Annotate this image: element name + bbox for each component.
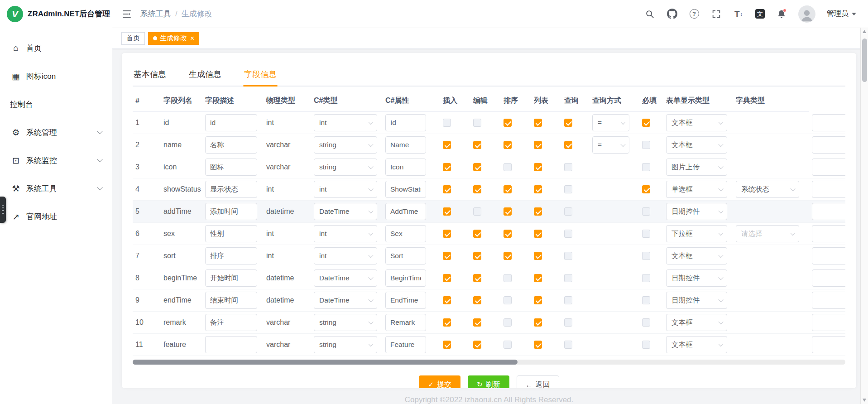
csharp-property-input[interactable] <box>385 225 426 242</box>
required-checkbox[interactable] <box>642 274 650 282</box>
edit-checkbox[interactable] <box>473 141 481 149</box>
overflow-column-input[interactable] <box>812 181 845 198</box>
sort-checkbox[interactable] <box>504 207 512 216</box>
display-type-select[interactable]: 文本框 <box>666 247 727 265</box>
required-checkbox[interactable] <box>642 119 650 127</box>
query-checkbox[interactable] <box>564 274 572 282</box>
field-description-input[interactable] <box>205 114 257 131</box>
display-type-select[interactable]: 日期控件 <box>666 292 727 309</box>
query-checkbox[interactable] <box>564 141 572 149</box>
insert-checkbox[interactable] <box>443 252 451 260</box>
query-checkbox[interactable] <box>564 252 572 260</box>
list-checkbox[interactable] <box>534 274 542 282</box>
sort-checkbox[interactable] <box>504 274 512 282</box>
vertical-scrollbar-thumb[interactable] <box>862 38 867 82</box>
csharp-property-input[interactable] <box>385 314 426 331</box>
back-button[interactable]: ← 返回 <box>517 375 559 388</box>
edit-checkbox[interactable] <box>473 185 481 193</box>
theme-drawer-handle[interactable] <box>0 197 6 223</box>
csharp-type-select[interactable]: int <box>314 225 377 242</box>
sort-checkbox[interactable] <box>504 318 512 327</box>
refresh-button[interactable]: ↻ 刷新 <box>468 375 509 388</box>
csharp-type-select[interactable]: string <box>314 314 377 331</box>
csharp-type-select[interactable]: int <box>314 247 377 265</box>
csharp-property-input[interactable] <box>385 247 426 265</box>
font-size-icon[interactable] <box>733 9 744 19</box>
required-checkbox[interactable] <box>642 207 650 216</box>
scroll-down-icon[interactable] <box>863 399 866 402</box>
sort-checkbox[interactable] <box>504 163 512 171</box>
edit-checkbox[interactable] <box>473 341 481 349</box>
query-checkbox[interactable] <box>564 163 572 171</box>
required-checkbox[interactable] <box>642 141 650 149</box>
overflow-column-input[interactable] <box>812 136 845 154</box>
edit-checkbox[interactable] <box>473 318 481 327</box>
display-type-select[interactable]: 文本框 <box>666 136 727 154</box>
field-description-input[interactable] <box>205 292 257 309</box>
overflow-column-input[interactable] <box>812 336 845 353</box>
required-checkbox[interactable] <box>642 163 650 171</box>
list-checkbox[interactable] <box>534 296 542 304</box>
sidebar-item[interactable]: 官网地址 <box>0 202 112 231</box>
list-checkbox[interactable] <box>534 318 542 327</box>
dict-type-select[interactable]: 系统状态 <box>736 181 799 198</box>
field-description-input[interactable] <box>205 225 257 242</box>
sidebar-item[interactable]: 控制台 <box>0 90 112 118</box>
csharp-type-select[interactable]: DateTime <box>314 203 377 220</box>
csharp-property-input[interactable] <box>385 269 426 287</box>
insert-checkbox[interactable] <box>443 230 451 238</box>
field-description-input[interactable] <box>205 181 257 198</box>
sort-checkbox[interactable] <box>504 185 512 193</box>
query-checkbox[interactable] <box>564 207 572 216</box>
help-icon[interactable] <box>689 9 700 19</box>
list-checkbox[interactable] <box>534 185 542 193</box>
csharp-property-input[interactable] <box>385 203 426 220</box>
csharp-type-select[interactable]: int <box>314 181 377 198</box>
vertical-scrollbar[interactable] <box>860 28 868 404</box>
tag[interactable]: 生成修改 × <box>148 32 199 45</box>
csharp-type-select[interactable]: string <box>314 136 377 154</box>
display-type-select[interactable]: 下拉框 <box>666 225 727 242</box>
csharp-type-select[interactable]: string <box>314 336 377 353</box>
list-checkbox[interactable] <box>534 230 542 238</box>
required-checkbox[interactable] <box>642 185 650 193</box>
tab[interactable]: 生成信息 <box>188 63 222 86</box>
insert-checkbox[interactable] <box>443 207 451 216</box>
csharp-property-input[interactable] <box>385 181 426 198</box>
sidebar-item[interactable]: 系统工具 <box>0 174 112 202</box>
horizontal-scrollbar-thumb[interactable] <box>133 360 518 365</box>
edit-checkbox[interactable] <box>473 163 481 171</box>
list-checkbox[interactable] <box>534 119 542 127</box>
required-checkbox[interactable] <box>642 341 650 349</box>
list-checkbox[interactable] <box>534 141 542 149</box>
sort-checkbox[interactable] <box>504 341 512 349</box>
overflow-column-input[interactable] <box>812 225 845 242</box>
language-icon[interactable] <box>755 9 765 19</box>
sort-checkbox[interactable] <box>504 119 512 127</box>
query-checkbox[interactable] <box>564 341 572 349</box>
edit-checkbox[interactable] <box>473 296 481 304</box>
query-checkbox[interactable] <box>564 296 572 304</box>
field-description-input[interactable] <box>205 269 257 287</box>
field-description-input[interactable] <box>205 136 257 154</box>
github-icon[interactable] <box>667 9 677 19</box>
tab[interactable]: 字段信息 <box>243 63 278 86</box>
query-checkbox[interactable] <box>564 230 572 238</box>
csharp-type-select[interactable]: string <box>314 159 377 176</box>
sidebar-item[interactable]: 图标icon <box>0 62 112 90</box>
tag[interactable]: 首页 × <box>121 32 145 45</box>
field-description-input[interactable] <box>205 203 257 220</box>
edit-checkbox[interactable] <box>473 230 481 238</box>
avatar[interactable] <box>798 5 815 23</box>
sidebar-toggle-icon[interactable] <box>121 9 132 19</box>
query-checkbox[interactable] <box>564 318 572 327</box>
insert-checkbox[interactable] <box>443 341 451 349</box>
display-type-select[interactable]: 日期控件 <box>666 203 727 220</box>
sidebar-item[interactable]: 系统管理 <box>0 118 112 146</box>
field-description-input[interactable] <box>205 247 257 265</box>
query-mode-select[interactable]: = <box>592 114 629 131</box>
edit-checkbox[interactable] <box>473 252 481 260</box>
csharp-property-input[interactable] <box>385 292 426 309</box>
sort-checkbox[interactable] <box>504 296 512 304</box>
csharp-property-input[interactable] <box>385 336 426 353</box>
